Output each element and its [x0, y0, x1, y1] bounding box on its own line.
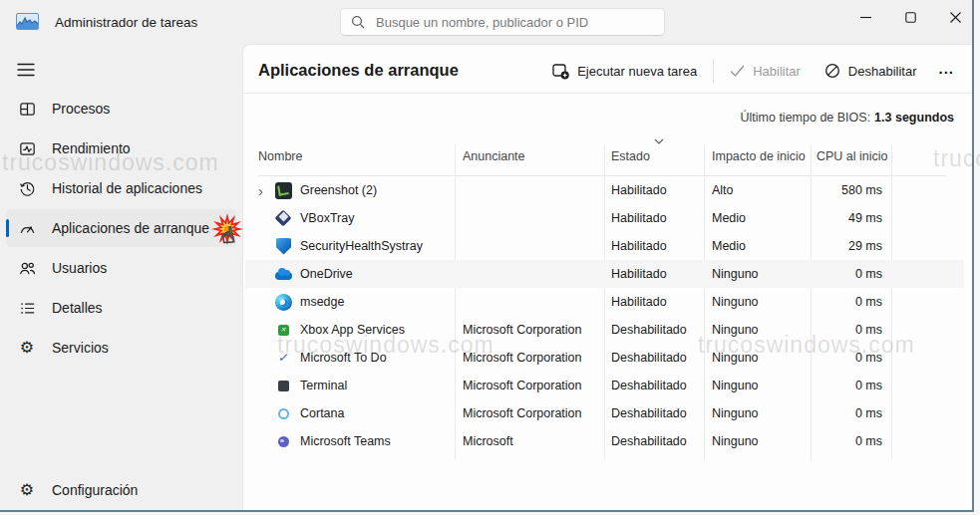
edge-icon: [275, 294, 292, 311]
cell-publisher: Microsoft: [463, 427, 513, 455]
bios-label: Último tiempo de BIOS:: [741, 111, 871, 125]
cell-publisher: Microsoft Corporation: [463, 372, 582, 399]
app-history-icon: [17, 178, 37, 198]
vboxtray-icon: [275, 210, 292, 227]
cell-status: Habilitado: [611, 232, 667, 260]
page-title: Aplicaciones de arranque: [258, 61, 459, 80]
disable-button[interactable]: Deshabilitar: [813, 55, 929, 87]
gear-icon: ⚙: [17, 480, 37, 500]
column-header-estado[interactable]: Estado: [611, 149, 650, 163]
more-options-button[interactable]: ...: [928, 60, 964, 77]
sidebar-item-aplicaciones-de-arranque[interactable]: Aplicaciones de arranque: [6, 209, 236, 247]
cell-name: VBoxTray: [300, 204, 354, 232]
cell-status: Deshabilitado: [611, 316, 687, 344]
table-row[interactable]: › VBoxTray Habilitado Medio 49 ms: [245, 204, 964, 232]
column-header-cpu[interactable]: CPU al inicio: [817, 149, 888, 163]
last-bios-time: Último tiempo de BIOS:1.3 segundos: [741, 111, 955, 125]
cell-status: Habilitado: [611, 260, 667, 288]
column-header-nombre[interactable]: Nombre: [258, 149, 302, 163]
watermark: trucoswindows.com: [2, 149, 219, 176]
disable-label: Deshabilitar: [848, 64, 917, 79]
startup-apps-icon: [17, 218, 37, 238]
table-row[interactable]: › msedge Habilitado Ninguno 0 ms: [245, 288, 964, 316]
sidebar-item-label: Historial de aplicaciones: [52, 180, 202, 196]
table-row[interactable]: › OneDrive Habilitado Ninguno 0 ms: [245, 260, 964, 288]
cell-status: Deshabilitado: [611, 372, 687, 399]
table-row[interactable]: › Greenshot (2) Habilitado Alto 580 ms: [245, 176, 964, 204]
cell-name: Terminal: [300, 372, 347, 399]
sidebar-item-label: Usuarios: [52, 260, 107, 276]
cell-cpu: 49 ms: [762, 204, 882, 232]
cell-status: Habilitado: [611, 204, 667, 232]
search-icon: [351, 15, 365, 29]
sidebar: Procesos Rendimiento Historial de aplica…: [0, 44, 242, 510]
toolbar: Ejecutar nueva tarea Habilitar Deshabili…: [540, 54, 964, 88]
column-header-anunciante[interactable]: Anunciante: [463, 149, 525, 163]
cell-cpu: 0 ms: [762, 427, 882, 455]
table-row[interactable]: › SecurityHealthSystray Habilitado Medio…: [245, 232, 964, 260]
cell-impact: Ninguno: [712, 372, 759, 399]
search-box[interactable]: [340, 8, 665, 36]
greenshot-icon: [275, 182, 292, 199]
cell-status: Deshabilitado: [611, 344, 687, 372]
watermark: trucoswindows.com: [277, 332, 494, 359]
sidebar-item-servicios[interactable]: ⚙ Servicios: [6, 329, 236, 367]
cell-impact: Ninguno: [712, 427, 759, 455]
close-button[interactable]: [933, 2, 977, 32]
cell-cpu: 0 ms: [762, 372, 882, 399]
terminal-icon: [278, 381, 289, 391]
cell-impact: Ninguno: [712, 399, 759, 427]
users-icon: [17, 258, 37, 278]
sidebar-item-label: Configuración: [52, 482, 138, 498]
run-new-task-button[interactable]: Ejecutar nueva tarea: [540, 55, 709, 87]
security-shield-icon: [276, 238, 291, 255]
run-new-task-label: Ejecutar nueva tarea: [577, 64, 697, 79]
cell-name: SecurityHealthSystray: [300, 232, 423, 260]
watermark: trucoswindows.com: [698, 332, 915, 359]
cell-impact: Medio: [712, 204, 746, 232]
minimize-button[interactable]: [843, 2, 887, 32]
titlebar: Administrador de tareas: [0, 0, 972, 44]
sidebar-item-label: Aplicaciones de arranque: [52, 220, 209, 236]
sort-chevron-icon: [654, 138, 664, 144]
cell-name: msedge: [300, 288, 344, 316]
details-icon: [17, 298, 37, 318]
main-panel: Aplicaciones de arranque Ejecutar nueva …: [242, 44, 972, 510]
sidebar-item-usuarios[interactable]: Usuarios: [6, 249, 236, 287]
table-row[interactable]: › Cortana Microsoft Corporation Deshabil…: [245, 399, 964, 427]
cell-cpu: 0 ms: [762, 260, 882, 288]
table-row[interactable]: › Microsoft Teams Microsoft Deshabilitad…: [245, 427, 964, 455]
maximize-button[interactable]: [888, 2, 932, 32]
teams-icon: [278, 436, 289, 447]
sidebar-item-label: Servicios: [52, 340, 109, 356]
bios-value: 1.3 segundos: [874, 111, 954, 125]
sidebar-item-detalles[interactable]: Detalles: [6, 289, 236, 327]
expand-chevron-icon[interactable]: ›: [258, 176, 270, 204]
sidebar-item-configuracion[interactable]: ⚙ Configuración: [6, 471, 236, 509]
cell-cpu: 0 ms: [762, 288, 882, 316]
enable-button[interactable]: Habilitar: [718, 55, 813, 87]
toolbar-divider: [713, 59, 714, 83]
cell-name: Microsoft Teams: [300, 427, 391, 455]
menu-toggle-button[interactable]: [14, 58, 38, 82]
services-icon: ⚙: [17, 338, 37, 358]
new-task-icon: [552, 63, 569, 80]
active-indicator: [6, 219, 9, 237]
onedrive-icon: [275, 266, 292, 283]
cell-status: Deshabilitado: [611, 427, 687, 455]
cell-impact: Ninguno: [712, 260, 759, 288]
table-row[interactable]: › Terminal Microsoft Corporation Deshabi…: [245, 372, 964, 399]
column-header-impacto[interactable]: Impacto de inicio: [712, 149, 806, 163]
screenshot: Administrador de tareas: [0, 0, 980, 515]
sidebar-item-label: Detalles: [52, 300, 103, 316]
search-input[interactable]: [374, 14, 654, 31]
processes-icon: [17, 99, 37, 119]
block-icon: [824, 63, 840, 79]
cell-cpu: 0 ms: [762, 399, 882, 427]
cell-impact: Ninguno: [712, 288, 759, 316]
sidebar-item-procesos[interactable]: Procesos: [6, 90, 236, 128]
header-divider: [243, 93, 972, 94]
cell-publisher: Microsoft Corporation: [463, 399, 582, 427]
cell-cpu: 29 ms: [762, 232, 882, 260]
cell-name: OneDrive: [300, 260, 353, 288]
